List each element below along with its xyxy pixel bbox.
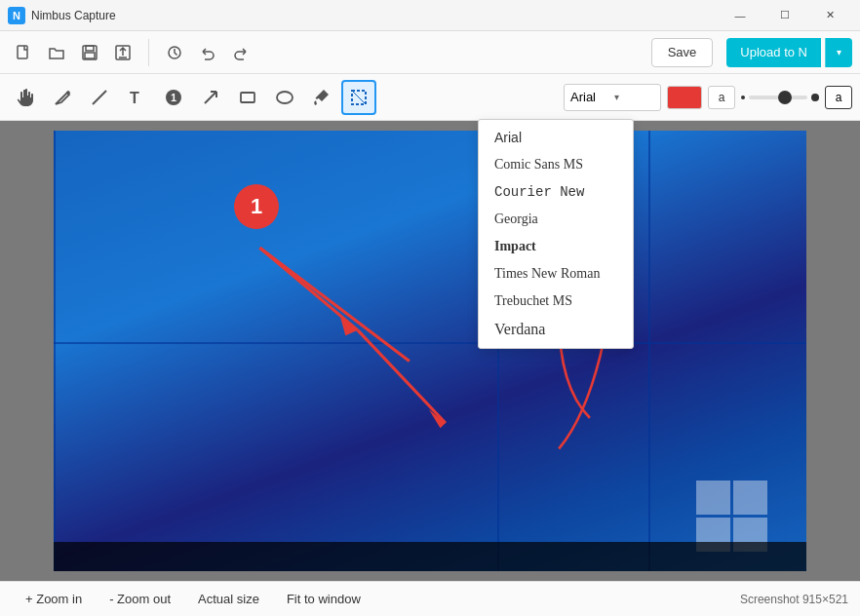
svg-line-17 — [260, 248, 410, 361]
annotations-svg — [54, 131, 806, 571]
save-button[interactable]: Save — [651, 38, 714, 67]
font-option-courier[interactable]: Courier New — [479, 178, 633, 206]
pen-tool-button[interactable] — [45, 80, 80, 115]
history-tools — [159, 37, 256, 68]
font-dropdown-arrow: ▾ — [614, 92, 654, 102]
upload-button[interactable]: Upload to N — [726, 38, 821, 67]
font-option-trebuchet[interactable]: Trebuchet MS — [479, 288, 633, 315]
svg-line-15 — [260, 248, 358, 330]
windows-taskbar — [54, 542, 806, 571]
file-tools — [8, 37, 138, 68]
drawing-toolbar: T 1 — [0, 74, 860, 121]
fill-tool-button[interactable] — [304, 80, 339, 115]
arrow-tool-button[interactable] — [193, 80, 228, 115]
stroke-dot-large — [811, 94, 819, 101]
svg-rect-0 — [18, 46, 27, 58]
svg-line-18 — [358, 330, 446, 423]
fit-to-window-button[interactable]: Fit to window — [273, 586, 374, 613]
screenshot-info: Screenshot 915×521 — [740, 593, 848, 606]
svg-marker-16 — [340, 317, 358, 335]
ellipse-tool-button[interactable] — [267, 80, 302, 115]
font-option-impact[interactable]: Impact — [479, 233, 633, 260]
font-option-times[interactable]: Times New Roman — [479, 260, 633, 288]
undo-button[interactable] — [192, 37, 223, 68]
svg-line-14 — [352, 91, 366, 104]
grid-line-v2 — [648, 131, 650, 571]
svg-line-6 — [93, 91, 106, 104]
svg-text:1: 1 — [171, 92, 176, 103]
font-option-georgia[interactable]: Georgia — [479, 206, 633, 233]
app-icon: N — [8, 7, 25, 24]
color-swatch[interactable] — [667, 86, 702, 109]
svg-text:T: T — [130, 90, 139, 106]
rect-tool-button[interactable] — [230, 80, 265, 115]
stroke-slider-track[interactable] — [749, 96, 807, 99]
stroke-dot-small — [741, 96, 745, 99]
svg-rect-2 — [86, 46, 94, 51]
pan-tool-button[interactable] — [8, 80, 43, 115]
text-tool-button[interactable]: T — [119, 80, 154, 115]
canvas-area[interactable]: 1 — [0, 121, 860, 581]
svg-point-12 — [277, 92, 293, 103]
new-file-button[interactable] — [8, 37, 39, 68]
font-dropdown[interactable]: Arial ▾ — [564, 84, 661, 111]
zoom-out-button[interactable]: - Zoom out — [96, 586, 184, 613]
maximize-button[interactable]: ☐ — [762, 0, 807, 31]
font-option-comic[interactable]: Comic Sans MS — [479, 151, 633, 178]
stroke-slider-thumb[interactable] — [778, 91, 792, 104]
zoom-in-button[interactable]: + Zoom in — [12, 586, 96, 613]
toolbar-separator — [148, 39, 149, 66]
app-title: Nimbus Capture — [31, 9, 718, 22]
svg-line-10 — [205, 92, 216, 103]
stroke-slider — [741, 94, 819, 101]
grid-line-v3 — [54, 131, 56, 571]
number-badge-1: 1 — [234, 184, 279, 229]
redo-button[interactable] — [225, 37, 256, 68]
save-file-button[interactable] — [74, 37, 105, 68]
window-controls: — ☐ ✕ — [718, 0, 852, 31]
svg-rect-3 — [85, 53, 95, 58]
titlebar: N Nimbus Capture — ☐ ✕ — [0, 0, 860, 31]
upload-dropdown-button[interactable]: ▾ — [825, 38, 852, 67]
open-file-button[interactable] — [41, 37, 72, 68]
line-tool-button[interactable] — [82, 80, 117, 115]
minimize-button[interactable]: — — [718, 0, 762, 31]
svg-marker-19 — [429, 409, 446, 428]
crop-tool-button[interactable] — [341, 80, 376, 115]
font-option-verdana[interactable]: Verdana — [479, 315, 633, 344]
font-selector-area: Arial ▾ a a — [564, 84, 852, 111]
top-toolbar: Save Upload to N ▾ — [0, 31, 860, 74]
screenshot-background: 1 — [54, 131, 806, 571]
font-name-label: Arial — [570, 90, 610, 104]
text-style-button[interactable]: a — [708, 86, 735, 109]
export-button[interactable] — [107, 37, 138, 68]
text-outline-button[interactable]: a — [825, 86, 852, 109]
grid-line-h — [54, 342, 806, 344]
font-option-arial[interactable]: Arial — [479, 124, 633, 151]
font-menu: Arial Comic Sans MS Courier New Georgia … — [478, 119, 634, 349]
close-button[interactable]: ✕ — [807, 0, 852, 31]
svg-rect-11 — [241, 93, 254, 102]
auto-capture-button[interactable] — [159, 37, 190, 68]
badge-tool-button[interactable]: 1 — [156, 80, 191, 115]
bottom-toolbar: + Zoom in - Zoom out Actual size Fit to … — [0, 581, 860, 616]
actual-size-button[interactable]: Actual size — [184, 586, 273, 613]
